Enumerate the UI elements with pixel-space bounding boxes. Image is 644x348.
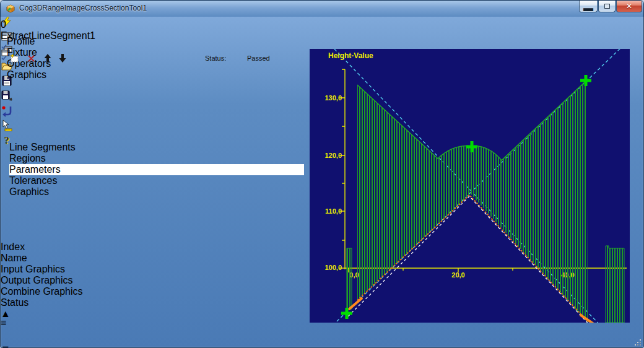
delete-operator-button[interactable]: [27, 54, 36, 66]
y-tick-label: 100,0: [324, 264, 342, 271]
close-button[interactable]: ✕: [616, 1, 642, 12]
col-header-combine-graphics[interactable]: Combine Graphics: [1, 286, 285, 297]
operators-toolbar: Status: Passed: [8, 53, 303, 65]
app-icon: [6, 4, 15, 14]
y-axis-title: Height-Value: [328, 51, 373, 60]
main-tab-strip: Profile Fixture Operators Graphics: [7, 36, 304, 49]
scroll-up-button[interactable]: ▲: [1, 308, 9, 318]
subtab-line-segments[interactable]: Line Segments: [9, 142, 304, 153]
maximize-icon: [604, 4, 610, 9]
arrow-up-icon: [43, 53, 53, 63]
subtab-tolerances[interactable]: Tolerances: [9, 175, 304, 186]
profile-chart[interactable]: 130,0 120,0 110,0 100,0 0,0 20,0 40,0: [310, 49, 630, 323]
col-header-status[interactable]: Status: [1, 297, 285, 308]
y-tick-label: 120,0: [324, 152, 342, 159]
move-up-button[interactable]: [43, 53, 53, 66]
status-label: Status:: [205, 54, 226, 62]
minimize-button[interactable]: ▬: [579, 1, 598, 12]
operator-tab-strip: Line Segments Regions Parameters Toleran…: [9, 142, 304, 155]
resize-grip[interactable]: [635, 339, 641, 346]
window-title: Cog3DRangeImageCrossSectionTool1: [19, 4, 147, 12]
reset-arrow-icon: [1, 105, 13, 117]
close-icon: ✕: [626, 2, 632, 11]
tab-graphics[interactable]: Graphics: [7, 69, 304, 80]
delete-x-icon: [27, 54, 36, 63]
svg-text:?: ?: [4, 135, 9, 146]
grid-vscroll-thumb[interactable]: ≡: [1, 318, 9, 344]
grid-header-row: Index Name Input Graphics Output Graphic…: [1, 241, 285, 308]
col-header-input-graphics[interactable]: Input Graphics: [1, 264, 285, 275]
col-header-name[interactable]: Name: [1, 253, 285, 264]
new-operator-icon: [9, 53, 20, 64]
maximize-button[interactable]: [598, 1, 616, 12]
titlebar[interactable]: Cog3DRangeImageCrossSectionTool1 ▬ ✕: [1, 1, 644, 17]
scroll-down-button[interactable]: ▼: [1, 344, 9, 348]
col-header-index[interactable]: Index: [1, 241, 285, 253]
tool-window: Cog3DRangeImageCrossSectionTool1 ▬ ✕: [0, 0, 644, 348]
subtab-parameters[interactable]: Parameters: [9, 164, 304, 175]
col-header-output-graphics[interactable]: Output Graphics: [1, 275, 285, 286]
y-tick-label: 130,0: [324, 94, 342, 102]
minimize-icon: ▬: [583, 2, 593, 14]
subtab-regions[interactable]: Regions: [9, 153, 304, 164]
new-operator-button[interactable]: [9, 53, 20, 66]
subtab-graphics[interactable]: Graphics: [9, 186, 304, 198]
move-down-button[interactable]: [58, 53, 67, 66]
status-value: Passed: [247, 54, 270, 62]
pointer-ruler-icon: [1, 120, 13, 132]
tab-profile[interactable]: Profile: [7, 36, 304, 47]
y-tick-label: 110,0: [325, 207, 342, 215]
arrow-down-icon: [58, 53, 67, 63]
grid-vertical-scrollbar[interactable]: ▲ ≡ ▼: [1, 308, 10, 348]
save-as-icon: [1, 90, 13, 102]
x-tick-label: 20,0: [451, 271, 464, 279]
